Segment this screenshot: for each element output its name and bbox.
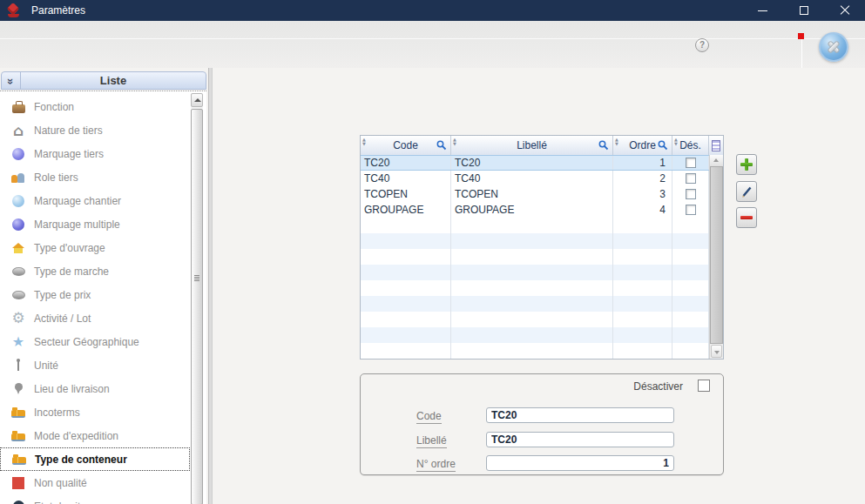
sidebar-item-incoterms[interactable]: Incoterms (0, 400, 190, 424)
add-button[interactable] (736, 154, 757, 175)
sidebar-item-secteur-geographique[interactable]: ★Secteur Géographique (0, 330, 190, 353)
sphere-lightblue-icon (10, 195, 26, 207)
desactiver-checkbox[interactable] (698, 380, 710, 392)
minimize-button[interactable] (742, 0, 783, 21)
panel-splitter[interactable] (208, 68, 213, 504)
sidebar-item-marquage-multiple[interactable]: Marquage multiple (0, 212, 190, 236)
sidebar-item-marquage-tiers[interactable]: Marquage tiers (0, 142, 190, 165)
sort-icon[interactable]: ▲▼ (672, 138, 679, 145)
gear-icon: ⚙ (10, 312, 26, 325)
des-checkbox[interactable] (686, 189, 696, 199)
sidebar-item-marquage-chantier[interactable]: Marquage chantier (0, 189, 190, 212)
sidebar-item-type-de-prix[interactable]: Type de prix (0, 283, 190, 306)
sort-icon[interactable]: ▲▼ (361, 138, 368, 145)
minus-icon (740, 216, 753, 219)
des-checkbox[interactable] (686, 158, 696, 168)
window-title: Paramètres (31, 4, 85, 17)
unit-pin-icon (10, 360, 26, 371)
sphere-purple-icon (10, 148, 26, 160)
scroll-up-button[interactable] (191, 93, 203, 107)
sidebar-item-type-de-conteneur[interactable]: Type de conteneur (0, 447, 190, 471)
train-icon (11, 454, 27, 465)
column-header-code[interactable]: ▲▼ Code (361, 136, 451, 155)
ordre-label: N° ordre (416, 458, 456, 472)
plus-icon (740, 158, 753, 171)
scroll-thumb[interactable] (710, 166, 723, 344)
help-icon[interactable]: ? (695, 38, 709, 52)
grid-empty-row (361, 280, 723, 296)
search-icon[interactable] (598, 140, 609, 151)
column-chooser-icon (712, 140, 720, 151)
scroll-grip-icon (194, 275, 199, 276)
sidebar-item-mode-dexpedition[interactable]: Mode d'expedition (0, 424, 190, 447)
code-field[interactable] (486, 407, 674, 423)
sidebar-item-unite[interactable]: Unité (0, 353, 190, 377)
sidebar-item-type-douvrage[interactable]: Type d'ouvrage (0, 236, 190, 259)
double-chevron-icon: » (6, 77, 15, 83)
toolbar-divider (0, 38, 865, 39)
grid-empty-row (361, 265, 723, 280)
libelle-field[interactable] (486, 432, 674, 447)
grid-empty-row (361, 249, 723, 265)
ordre-field[interactable] (486, 455, 674, 471)
grid-empty-row (361, 233, 723, 249)
pencil-icon (740, 185, 753, 198)
maximize-button[interactable] (783, 0, 824, 21)
edit-button[interactable] (736, 181, 757, 202)
sort-icon[interactable]: ▲▼ (451, 138, 458, 145)
app-logo-icon (7, 3, 21, 17)
sort-icon[interactable]: ▲▼ (613, 138, 620, 145)
desactiver-label: Désactiver (633, 380, 683, 393)
libelle-label: Libellé (416, 434, 447, 448)
titlebar: Paramètres (0, 0, 865, 21)
train-icon (10, 407, 26, 418)
cylinder-icon (10, 267, 26, 276)
grid-empty-row (361, 343, 723, 359)
scroll-thumb[interactable] (191, 109, 203, 504)
sidebar-item-non-qualite[interactable]: Non qualité (0, 471, 190, 494)
sidebar-item-type-de-marche[interactable]: Type de marche (0, 259, 190, 283)
sidebar-item-lieu-de-livraison[interactable]: Lieu de livraison (0, 377, 190, 400)
grid-row-groupage[interactable]: GROUPAGE GROUPAGE 4 (361, 202, 723, 218)
train-icon (10, 431, 26, 441)
sphere-violet-icon (10, 218, 26, 231)
home-icon: ⌂ (10, 124, 26, 137)
column-header-ordre[interactable]: ▲▼ Ordre (613, 136, 672, 155)
map-pin-icon (10, 383, 26, 394)
grid-row-tc20[interactable]: TC20 TC20 1 (361, 155, 723, 171)
window-controls (742, 0, 865, 21)
search-icon[interactable] (436, 140, 447, 151)
grid-empty-row (361, 327, 723, 343)
scroll-up-button[interactable] (710, 155, 723, 166)
grid-scrollbar[interactable] (709, 155, 723, 359)
sidebar-scrollbar[interactable] (191, 93, 203, 504)
delete-button[interactable] (736, 207, 757, 228)
sidebar-item-activite-lot[interactable]: ⚙Activité / Lot (0, 306, 190, 330)
cylinder-icon (10, 291, 26, 299)
maximize-icon (800, 6, 808, 15)
grid-empty-row (361, 296, 723, 312)
des-checkbox[interactable] (686, 173, 696, 184)
scroll-down-button[interactable] (711, 345, 722, 358)
grid-row-tcopen[interactable]: TCOPEN TCOPEN 3 (361, 186, 723, 202)
collapse-panel-button[interactable]: » (2, 72, 21, 89)
close-window-round-button[interactable] (819, 32, 848, 62)
toolbar: ? (0, 21, 865, 68)
grid-empty-row (361, 218, 723, 233)
grid-empty-row (361, 312, 723, 327)
sidebar-item-etat-de-site[interactable]: Etat de site (0, 494, 190, 504)
column-header-des[interactable]: ▲▼ Dés. (672, 136, 709, 155)
sidebar-item-role-tiers[interactable]: Role tiers (0, 165, 190, 189)
column-chooser-button[interactable] (709, 136, 723, 155)
sidebar-item-fonction[interactable]: Fonction (0, 95, 190, 118)
sidebar-item-nature-de-tiers[interactable]: ⌂Nature de tiers (0, 118, 190, 142)
toolbar-separator (801, 37, 802, 68)
people-icon (10, 171, 26, 183)
column-header-libelle[interactable]: ▲▼ Libellé (451, 136, 613, 155)
sidebar-header: » Liste (1, 71, 206, 90)
search-icon[interactable] (658, 140, 668, 151)
des-checkbox[interactable] (686, 205, 696, 215)
close-button[interactable] (824, 0, 865, 21)
red-square-icon (10, 477, 26, 489)
grid-row-tc40[interactable]: TC40 TC40 2 (361, 171, 723, 186)
